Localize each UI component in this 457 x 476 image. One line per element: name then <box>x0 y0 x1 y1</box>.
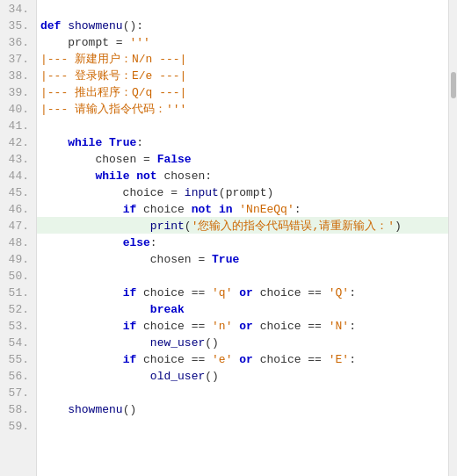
ln-59: 59. <box>0 417 36 434</box>
code-line-42: while True: <box>37 133 448 150</box>
code-line-52: break <box>37 300 448 317</box>
ln-41: 41. <box>0 117 36 133</box>
code-line-57 <box>37 384 448 400</box>
code-line-59 <box>37 417 448 434</box>
code-line-44: while not chosen: <box>37 167 448 184</box>
ln-53: 53. <box>0 317 36 334</box>
code-line-50 <box>37 267 448 284</box>
ln-56: 56. <box>0 367 36 384</box>
code-line-38: |--- 登录账号：E/e ---| <box>37 67 448 83</box>
ln-47: 47. <box>0 217 36 234</box>
code-line-46: if choice not in 'NnEeQq': <box>37 200 448 217</box>
code-line-54: new_user() <box>37 334 448 350</box>
ln-50: 50. <box>0 267 36 284</box>
code-content: def showmenu(): prompt = ''' |--- 新建用户：N… <box>37 0 448 476</box>
code-line-48: else: <box>37 234 448 250</box>
ln-57: 57. <box>0 384 36 400</box>
code-line-56: old_user() <box>37 367 448 384</box>
code-line-35: def showmenu(): <box>37 17 448 33</box>
code-line-55: if choice == 'e' or choice == 'E': <box>37 350 448 367</box>
code-line-43: chosen = False <box>37 150 448 167</box>
code-line-58: showmenu() <box>37 400 448 417</box>
ln-52: 52. <box>0 300 36 317</box>
code-line-53: if choice == 'n' or choice == 'N': <box>37 317 448 334</box>
ln-58: 58. <box>0 400 36 417</box>
code-editor: 34. 35. 36. 37. 38. 39. 40. 41. 42. 43. … <box>0 0 457 476</box>
code-line-40: |--- 请输入指令代码：''' <box>37 100 448 117</box>
ln-36: 36. <box>0 33 36 50</box>
code-line-36: prompt = ''' <box>37 33 448 50</box>
ln-39: 39. <box>0 83 36 100</box>
line-numbers: 34. 35. 36. 37. 38. 39. 40. 41. 42. 43. … <box>0 0 37 476</box>
ln-48: 48. <box>0 234 36 250</box>
vertical-scrollbar[interactable] <box>448 0 457 476</box>
code-line-41 <box>37 117 448 133</box>
ln-40: 40. <box>0 100 36 117</box>
code-line-51: if choice == 'q' or choice == 'Q': <box>37 284 448 300</box>
ln-34: 34. <box>0 0 36 17</box>
code-line-49: chosen = True <box>37 250 448 267</box>
ln-38: 38. <box>0 67 36 83</box>
ln-49: 49. <box>0 250 36 267</box>
ln-54: 54. <box>0 334 36 350</box>
ln-55: 55. <box>0 350 36 367</box>
code-line-45: choice = input(prompt) <box>37 184 448 200</box>
ln-45: 45. <box>0 184 36 200</box>
ln-51: 51. <box>0 284 36 300</box>
code-line-47: print('您输入的指令代码错误,请重新输入：') <box>37 217 448 234</box>
ln-42: 42. <box>0 133 36 150</box>
code-line-37: |--- 新建用户：N/n ---| <box>37 50 448 67</box>
ln-35: 35. <box>0 17 36 33</box>
code-line-39: |--- 推出程序：Q/q ---| <box>37 83 448 100</box>
scrollbar-thumb[interactable] <box>451 72 456 98</box>
ln-37: 37. <box>0 50 36 67</box>
ln-43: 43. <box>0 150 36 167</box>
code-line-34 <box>37 0 448 17</box>
ln-44: 44. <box>0 167 36 184</box>
ln-46: 46. <box>0 200 36 217</box>
